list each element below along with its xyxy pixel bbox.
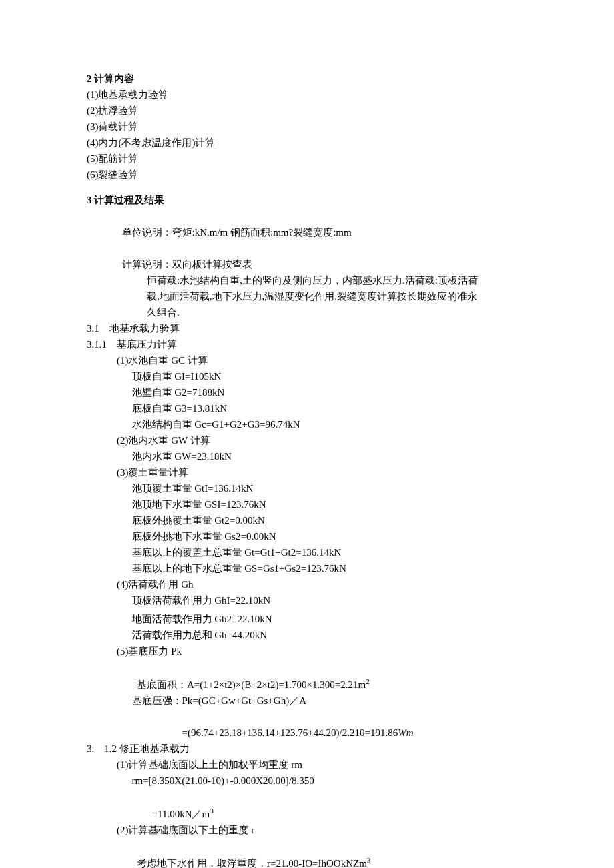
calc-line: 顶板活荷载作用力 GhI=22.10kN (87, 592, 527, 608)
calc-text: =11.00kN／m (152, 809, 210, 819)
calc-line: 基底面积：A=(1+2×t2)×(B+2×t2)=1.700×1.300=2.2… (87, 659, 527, 693)
calc-line: =11.00kN／m3 (87, 789, 527, 822)
para-head: (2)计算基础底面以下土的重度 r (87, 822, 527, 838)
section-3-title: 3 计算过程及结果 (87, 192, 527, 208)
calc-line: 池顶覆土重量 GtI=136.14kN (87, 480, 527, 496)
calc-line: rm=[8.350X(21.00-10)+-0.000X20.00]/8.350 (87, 773, 527, 789)
section-3-1-1-title: 3.1.1 基底压力计算 (87, 336, 527, 352)
list-item: (1)地基承载力验算 (87, 87, 527, 103)
superscript: 3 (367, 856, 371, 864)
calc-text-b2: 载,地面活荷载,地下水压力,温湿度变化作用.裂缝宽度计算按长期效应的准永 (87, 288, 527, 304)
list-item: (4)内力(不考虑温度作用)计算 (87, 135, 527, 151)
para-head: (5)基底压力 Pk (87, 643, 527, 659)
calc-text-b1: 恒荷载:水池结构自重,土的竖向及侧向压力，内部盛水压力.活荷载:顶板活荷 (87, 272, 527, 288)
calc-line: 池壁自重 G2=7188kN (87, 384, 527, 400)
calc-line: 池内水重 GW=23.18kN (87, 448, 527, 464)
unit-italic: Wm (398, 727, 413, 738)
calc-note: 计算说明：双向板计算按查表 (87, 240, 527, 272)
calc-label: 计算说明： (122, 259, 172, 270)
para-head: (2)池内水重 GW 计算 (87, 432, 527, 448)
calc-line: 基底以上的地下水总重量 GS=Gs1+Gs2=123.76kN (87, 560, 527, 576)
list-item: (6)裂缝验算 (87, 167, 527, 183)
superscript: 3 (210, 807, 214, 815)
para-head: (3)覆土重量计算 (87, 464, 527, 480)
unit-text: 弯矩:kN.m/m 钢筋面积:mm?裂缝宽度:mm (172, 227, 352, 238)
para-head: (1)水池自重 GC 计算 (87, 352, 527, 368)
list-item: (2)抗浮验算 (87, 103, 527, 119)
para-head: (1)计算基础底面以上土的加权平均重度 rm (87, 757, 527, 773)
calc-line: 底板外挑覆土重量 Gt2=0.00kN (87, 512, 527, 528)
calc-line: 底板外挑地下水重量 Gs2=0.00kN (87, 528, 527, 544)
calc-line: 考虑地下水作用，取浮重度，r=21.00-IO=IhOOkNZm3 (87, 838, 527, 868)
section-2-title: 2 计算内容 (87, 71, 527, 87)
superscript: 2 (366, 677, 370, 685)
calc-line: 顶板自重 GI=I105kN (87, 368, 527, 384)
calc-line: 地面活荷载作用力 Gh2=22.10kN (87, 611, 527, 627)
para-head: (4)活荷载作用 Gh (87, 576, 527, 592)
calc-line: =(96.74+23.18+136.14+123.76+44.20)/2.210… (87, 709, 527, 741)
calc-line: 池顶地下水重量 GSI=123.76kN (87, 496, 527, 512)
calc-line: 基底压强：Pk=(GC+Gw+Gt+Gs+Gh)／A (87, 693, 527, 709)
section-3-1-title: 3.1 地基承载力验算 (87, 320, 527, 336)
unit-note: 单位说明：弯矩:kN.m/m 钢筋面积:mm?裂缝宽度:mm (87, 208, 527, 240)
unit-label: 单位说明： (122, 227, 172, 238)
list-item: (3)荷载计算 (87, 119, 527, 135)
calc-text-a: 双向板计算按查表 (172, 259, 252, 270)
calc-text: 基底面积：A=(1+2×t2)×(B+2×t2)=1.700×1.300=2.2… (137, 679, 366, 690)
calc-line: 底板自重 G3=13.81kN (87, 400, 527, 416)
calc-line: 水池结构自重 Gc=G1+G2+G3=96.74kN (87, 416, 527, 432)
list-item: (5)配筋计算 (87, 151, 527, 167)
calc-text: 考虑地下水作用，取浮重度，r=21.00-IO=IhOOkNZm (137, 858, 367, 868)
calc-line: 活荷载作用力总和 Gh=44.20kN (87, 627, 527, 643)
calc-text: =(96.74+23.18+136.14+123.76+44.20)/2.210… (182, 727, 398, 738)
section-3-1-2-title: 3. 1.2 修正地基承载力 (87, 741, 527, 757)
calc-line: 基底以上的覆盖土总重量 Gt=Gt1+Gt2=136.14kN (87, 544, 527, 560)
calc-text-b3: 久组合. (87, 304, 527, 320)
